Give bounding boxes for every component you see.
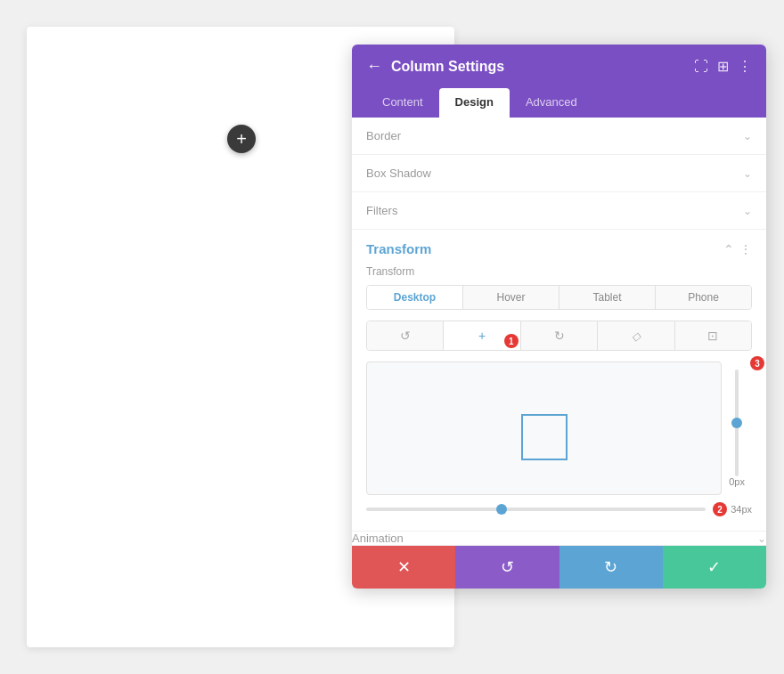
undo-button[interactable]: ↺ <box>455 546 559 589</box>
header-icons: ⛶ ⊞ ⋮ <box>694 58 752 75</box>
tab-design[interactable]: Design <box>439 88 510 118</box>
vertical-slider-track[interactable] <box>735 369 739 476</box>
border-label: Border <box>366 129 401 142</box>
scale-tool-btn[interactable]: ⊡ <box>675 321 751 350</box>
tab-content[interactable]: Content <box>366 88 439 118</box>
horizontal-slider-value-label: 2 34px <box>713 502 752 516</box>
transform-section: Transform ⌃ ⋮ Transform Desktop Hover Ta… <box>352 230 766 532</box>
back-button[interactable]: ← <box>366 57 382 76</box>
cancel-icon: ✕ <box>397 557 411 577</box>
cancel-button[interactable]: ✕ <box>352 546 455 589</box>
transform-header: Transform ⌃ ⋮ <box>366 230 752 265</box>
box-shadow-label: Box Shadow <box>366 166 431 180</box>
badge-3: 3 <box>750 356 764 370</box>
horizontal-slider-track[interactable] <box>366 508 706 511</box>
reset-tool-btn[interactable]: ↺ <box>367 321 444 350</box>
save-icon: ✓ <box>707 557 721 577</box>
vertical-slider-value: 0px <box>729 476 745 487</box>
transform-section-label: Transform <box>366 265 752 278</box>
column-settings-panel: ← Column Settings ⛶ ⊞ ⋮ Content Design A… <box>352 45 766 589</box>
save-button[interactable]: ✓ <box>663 546 766 589</box>
panel-body: Border ⌄ Box Shadow ⌄ Filters ⌄ Transfor… <box>352 118 766 546</box>
device-tab-tablet[interactable]: Tablet <box>559 286 656 309</box>
rotate-tool-btn[interactable]: ↻ <box>521 321 598 350</box>
redo-button[interactable]: ↻ <box>559 546 663 589</box>
badge-1: 1 <box>504 334 519 348</box>
columns-icon[interactable]: ⊞ <box>717 58 729 75</box>
horizontal-value: 34px <box>731 504 752 515</box>
transform-more-icon[interactable]: ⋮ <box>739 242 752 256</box>
horizontal-slider-thumb[interactable] <box>496 504 507 515</box>
transform-header-icons: ⌃ ⋮ <box>723 242 752 256</box>
translate-tool-btn[interactable]: + 1 <box>444 321 520 350</box>
device-tab-hover[interactable]: Hover <box>463 286 559 309</box>
translate-icon: + <box>478 329 486 343</box>
transform-tools: ↺ + 1 ↻ ◇ ⊡ <box>366 321 752 351</box>
border-section-header[interactable]: Border ⌄ <box>352 118 766 155</box>
skew-icon: ◇ <box>632 329 641 343</box>
filters-section-header[interactable]: Filters ⌄ <box>352 192 766 230</box>
reset-icon: ↺ <box>400 329 411 343</box>
tab-advanced[interactable]: Advanced <box>510 88 593 118</box>
horizontal-slider-area: 2 34px <box>366 502 752 516</box>
border-chevron: ⌄ <box>743 130 752 142</box>
skew-tool-btn[interactable]: ◇ <box>598 321 674 350</box>
transform-canvas-wrapper: 0px 3 <box>366 361 752 495</box>
canvas-element <box>521 414 568 460</box>
filters-chevron: ⌄ <box>743 205 752 217</box>
fullscreen-icon[interactable]: ⛶ <box>694 59 708 75</box>
action-bar: ✕ ↺ ↻ ✓ <box>352 546 766 589</box>
add-button[interactable]: + <box>227 125 256 153</box>
animation-label: Animation <box>352 532 404 545</box>
transform-title: Transform <box>366 241 431 256</box>
box-shadow-chevron: ⌄ <box>743 167 752 180</box>
badge-2: 2 <box>713 502 727 516</box>
device-tab-desktop[interactable]: Desktop <box>367 286 463 309</box>
animation-chevron: ⌄ <box>757 532 766 545</box>
panel-title: Column Settings <box>391 59 685 75</box>
rotate-icon: ↻ <box>554 329 565 343</box>
vertical-slider-thumb[interactable] <box>731 418 742 428</box>
filters-label: Filters <box>366 204 397 217</box>
transform-canvas[interactable] <box>366 361 722 495</box>
device-tab-phone[interactable]: Phone <box>656 286 751 309</box>
more-icon[interactable]: ⋮ <box>738 58 752 75</box>
box-shadow-section-header[interactable]: Box Shadow ⌄ <box>352 155 766 192</box>
device-tabs: Desktop Hover Tablet Phone <box>366 285 752 310</box>
panel-tabs: Content Design Advanced <box>352 88 766 118</box>
transform-collapse-icon[interactable]: ⌃ <box>723 242 734 256</box>
animation-section-header[interactable]: Animation ⌄ <box>352 532 766 546</box>
vertical-slider-area: 0px 3 <box>722 361 752 495</box>
undo-icon: ↺ <box>501 557 514 577</box>
redo-icon: ↻ <box>604 557 617 577</box>
panel-header: ← Column Settings ⛶ ⊞ ⋮ <box>352 45 766 88</box>
scale-icon: ⊡ <box>707 329 718 343</box>
